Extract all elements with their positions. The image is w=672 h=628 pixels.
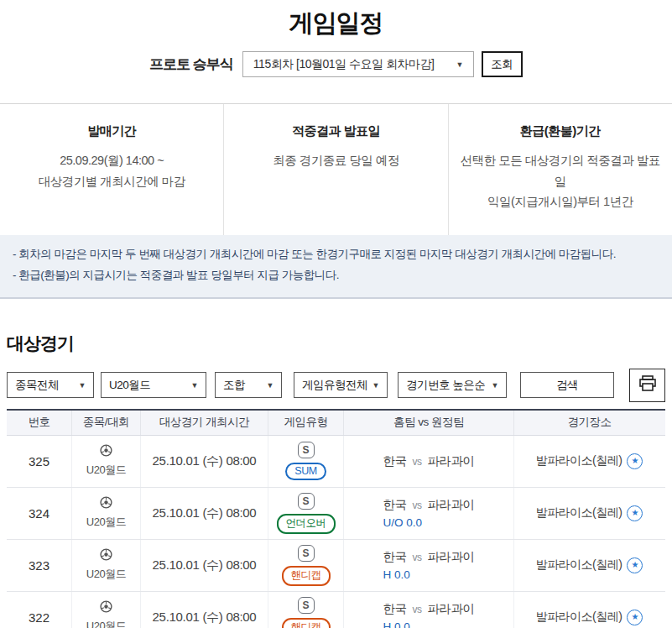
- away-team: 파라과이: [428, 602, 475, 615]
- sport-cell: U20월드: [72, 540, 141, 591]
- away-team: 파라과이: [428, 498, 475, 511]
- printer-icon: [638, 375, 657, 395]
- info-line: 25.09.29(월) 14:00 ~: [10, 150, 213, 171]
- col-header-gametype: 게임유형: [268, 411, 344, 435]
- target-matches-title: 대상경기: [7, 332, 665, 355]
- info-col-refund-period: 환급(환불)기간 선택한 모든 대상경기의 적중결과 발표일 익일(지급개시일)…: [448, 104, 672, 235]
- vs-label: vs: [413, 604, 422, 615]
- gametype-badge: 핸디캡: [282, 566, 331, 586]
- home-team: 한국: [383, 602, 407, 615]
- search-button[interactable]: 검색: [520, 372, 614, 398]
- match-time: 25.10.01 (수) 08:00: [141, 488, 268, 539]
- vs-label: vs: [413, 552, 422, 563]
- soccer-ball-icon: [100, 496, 112, 512]
- sale-info-section: 발매기간 25.09.29(월) 14:00 ~ 대상경기별 개최시간에 마감 …: [0, 103, 672, 235]
- chevron-down-icon: ▼: [267, 381, 273, 390]
- filter-gametype-select[interactable]: 게임유형전체 ▼: [294, 372, 388, 398]
- match-time: 25.10.01 (수) 08:00: [141, 436, 268, 487]
- round-select-value: 115회차 [10월01일 수요일 회차마감]: [253, 57, 434, 72]
- gametype-badge: 언더오버: [277, 514, 336, 534]
- inquiry-button[interactable]: 조회: [482, 51, 523, 77]
- league-name: U20월드: [86, 567, 126, 582]
- venue-cell: 발파라이소(칠레) ★: [514, 436, 664, 487]
- page-title: 게임일정: [0, 0, 672, 40]
- venue-name: 발파라이소(칠레): [536, 505, 623, 521]
- info-line: 선택한 모든 대상경기의 적중결과 발표일: [459, 150, 662, 191]
- teams-cell: 한국vs파라과이 H 0.0: [344, 540, 514, 591]
- venue-cell: 발파라이소(칠레) ★: [514, 488, 664, 539]
- chevron-down-icon: ▼: [492, 381, 498, 390]
- info-line: 최종 경기종료 당일 예정: [234, 150, 437, 171]
- away-team: 파라과이: [428, 550, 475, 563]
- single-game-icon: S: [298, 442, 315, 458]
- round-selector-row: 프로토 승부식 115회차 [10월01일 수요일 회차마감] ▼ 조회: [0, 51, 672, 77]
- table-body: 325 U20월드 25.10.01 (수) 08:00 S SUM 한국vs파…: [7, 436, 665, 628]
- notice-line-2: - 환급(환불)의 지급시기는 적중결과 발표 당일부터 지급 가능합니다.: [13, 265, 659, 286]
- favorite-star-icon[interactable]: ★: [627, 610, 643, 625]
- col-header-number: 번호: [7, 411, 72, 435]
- round-select[interactable]: 115회차 [10월01일 수요일 회차마감] ▼: [242, 51, 474, 77]
- info-title: 환급(환불)기간: [459, 123, 662, 139]
- chevron-down-icon: ▼: [456, 60, 462, 69]
- favorite-star-icon[interactable]: ★: [627, 505, 643, 521]
- filter-sort-select[interactable]: 경기번호 높은순 ▼: [398, 372, 507, 398]
- handicap-value: H 0.0: [383, 620, 475, 628]
- info-line: 대상경기별 개최시간에 마감: [10, 171, 213, 192]
- vs-label: vs: [413, 500, 422, 511]
- favorite-star-icon[interactable]: ★: [627, 453, 643, 469]
- venue-name: 발파라이소(칠레): [536, 557, 623, 573]
- handicap-value: U/O 0.0: [383, 516, 475, 529]
- single-game-icon: S: [298, 597, 315, 614]
- filter-combo-select[interactable]: 조합 ▼: [215, 372, 282, 398]
- vs-label: vs: [413, 456, 422, 468]
- table-header-row: 번호 종목/대회 대상경기 개최시간 게임유형 홈팀 vs 원정팀 경기장소: [7, 411, 665, 436]
- col-header-sport: 종목/대회: [72, 411, 141, 435]
- league-name: U20월드: [86, 619, 126, 628]
- gametype-cell: S 언더오버: [268, 488, 344, 539]
- sport-cell: U20월드: [72, 436, 141, 487]
- filter-value: 경기번호 높은순: [406, 378, 485, 393]
- soccer-ball-icon: [100, 444, 112, 460]
- chevron-down-icon: ▼: [191, 381, 198, 390]
- col-header-venue: 경기장소: [514, 411, 664, 435]
- favorite-star-icon[interactable]: ★: [627, 557, 643, 573]
- filter-sport-select[interactable]: 종목전체 ▼: [7, 372, 94, 398]
- home-team: 한국: [383, 454, 407, 468]
- single-game-icon: S: [298, 493, 315, 510]
- info-title: 발매기간: [10, 123, 213, 139]
- print-button[interactable]: [629, 369, 665, 402]
- notice-box: - 회차의 마감은 마지막 두 번째 대상경기 개최시간에 마감 또는 한경기구…: [0, 235, 672, 299]
- soccer-ball-icon: [100, 548, 112, 564]
- soccer-ball-icon: [100, 600, 112, 616]
- filter-value: U20월드: [109, 378, 150, 393]
- league-name: U20월드: [86, 515, 126, 530]
- match-time: 25.10.01 (수) 08:00: [141, 540, 268, 591]
- league-name: U20월드: [86, 463, 126, 478]
- notice-line-1: - 회차의 마감은 마지막 두 번째 대상경기 개최시간에 마감 또는 한경기구…: [13, 244, 659, 265]
- match-time: 25.10.01 (수) 08:00: [141, 592, 268, 628]
- chevron-down-icon: ▼: [79, 381, 86, 390]
- gametype-cell: S 핸디캡: [268, 592, 344, 628]
- filter-value: 게임유형전체: [302, 378, 367, 393]
- filter-league-select[interactable]: U20월드 ▼: [101, 372, 206, 398]
- chevron-down-icon: ▼: [372, 381, 379, 390]
- teams-cell: 한국vs파라과이 U/O 0.0: [344, 488, 514, 539]
- single-game-icon: S: [298, 545, 315, 562]
- teams-cell: 한국vs파라과이 H 0.0: [344, 592, 514, 628]
- home-team: 한국: [383, 550, 407, 563]
- filter-row: 종목전체 ▼ U20월드 ▼ 조합 ▼ 게임유형전체 ▼ 경기번호 높은순 ▼ …: [7, 369, 665, 402]
- proto-label: 프로토 승부식: [149, 55, 233, 74]
- match-number: 324: [7, 488, 72, 539]
- table-row: 322 U20월드 25.10.01 (수) 08:00 S 핸디캡 한국vs파…: [7, 592, 665, 628]
- game-schedule-page: 게임일정 프로토 승부식 115회차 [10월01일 수요일 회차마감] ▼ 조…: [0, 0, 672, 628]
- match-number: 322: [7, 592, 72, 628]
- sport-cell: U20월드: [72, 488, 141, 539]
- info-col-result-date: 적중결과 발표일 최종 경기종료 당일 예정: [223, 104, 447, 235]
- info-line: 익일(지급개시일)부터 1년간: [459, 191, 662, 212]
- match-table: 번호 종목/대회 대상경기 개최시간 게임유형 홈팀 vs 원정팀 경기장소 3…: [7, 409, 665, 628]
- venue-cell: 발파라이소(칠레) ★: [514, 540, 664, 591]
- gametype-cell: S 핸디캡: [268, 540, 344, 591]
- venue-name: 발파라이소(칠레): [536, 610, 623, 625]
- info-col-sale-period: 발매기간 25.09.29(월) 14:00 ~ 대상경기별 개최시간에 마감: [0, 104, 223, 235]
- teams-cell: 한국vs파라과이: [344, 436, 514, 487]
